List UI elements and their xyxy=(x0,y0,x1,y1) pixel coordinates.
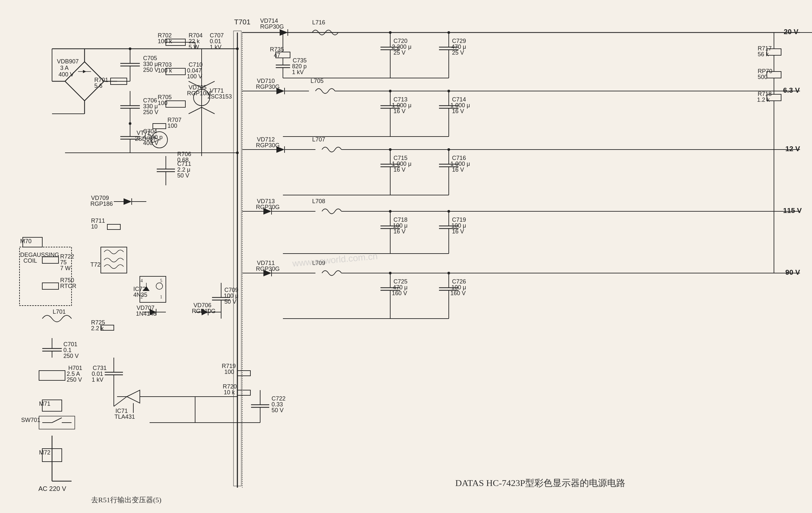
svg-text:100: 100 xyxy=(224,369,234,375)
svg-text:SW701: SW701 xyxy=(21,417,40,423)
svg-text:C725: C725 xyxy=(394,278,407,285)
svg-text:C701: C701 xyxy=(63,341,78,348)
svg-text:AC 220 V: AC 220 V xyxy=(38,485,66,492)
svg-text:M72: M72 xyxy=(39,449,50,456)
svg-text:0.01: 0.01 xyxy=(92,371,103,377)
svg-text:R722: R722 xyxy=(60,253,74,260)
svg-text:H701: H701 xyxy=(68,365,82,371)
svg-text:5.6: 5.6 xyxy=(94,83,103,89)
svg-text:50 V: 50 V xyxy=(271,407,284,414)
svg-point-195 xyxy=(236,48,239,50)
svg-text:16 V: 16 V xyxy=(394,108,406,115)
svg-text:1: 1 xyxy=(160,295,162,299)
svg-point-194 xyxy=(129,122,132,125)
svg-text:DEGAUSSING: DEGAUSSING xyxy=(20,252,59,258)
svg-text:0.047: 0.047 xyxy=(187,67,202,74)
svg-text:C715: C715 xyxy=(394,155,407,161)
svg-text:C720: C720 xyxy=(394,38,407,44)
svg-text:1.2 k: 1.2 k xyxy=(757,96,770,103)
svg-text:10: 10 xyxy=(91,223,97,230)
svg-text:500: 500 xyxy=(758,74,767,80)
svg-text:C716: C716 xyxy=(452,155,466,161)
svg-text:VD713: VD713 xyxy=(257,198,275,205)
svg-text:16 V: 16 V xyxy=(452,108,464,115)
svg-text:VD712: VD712 xyxy=(257,136,275,143)
svg-text:16 V: 16 V xyxy=(452,167,464,173)
svg-text:1 000 μ: 1 000 μ xyxy=(392,102,411,109)
svg-point-201 xyxy=(389,148,392,151)
svg-text:470 μ: 470 μ xyxy=(393,284,407,291)
svg-text:C722: C722 xyxy=(271,395,286,402)
svg-text:2.2 μ: 2.2 μ xyxy=(177,167,190,173)
svg-text:C706: C706 xyxy=(143,97,157,104)
svg-text:R704: R704 xyxy=(188,32,203,39)
svg-text:2 200 μ: 2 200 μ xyxy=(392,43,411,50)
svg-text:160 V: 160 V xyxy=(392,290,407,297)
svg-text:330 μ: 330 μ xyxy=(143,103,158,110)
svg-point-203 xyxy=(389,210,392,213)
svg-text:115 V: 115 V xyxy=(783,206,802,215)
svg-text:1 000 μ: 1 000 μ xyxy=(451,102,470,109)
svg-text:R701: R701 xyxy=(94,77,108,83)
svg-text:100: 100 xyxy=(168,123,177,129)
svg-text:R735: R735 xyxy=(270,46,284,53)
svg-text:VD706: VD706 xyxy=(194,302,211,308)
svg-text:5: 5 xyxy=(160,278,162,283)
svg-text:RGP10G: RGP10G xyxy=(192,308,215,314)
svg-text:1N4148: 1N4148 xyxy=(136,310,156,317)
svg-text:R725: R725 xyxy=(91,319,105,326)
svg-text:VDB907: VDB907 xyxy=(57,58,79,65)
svg-text:T701: T701 xyxy=(234,18,251,26)
svg-rect-0 xyxy=(0,0,812,513)
svg-text:330 μ: 330 μ xyxy=(143,61,158,67)
svg-text:2.2 k: 2.2 k xyxy=(91,325,104,332)
svg-text:R706: R706 xyxy=(177,151,191,157)
svg-text:6.3 V: 6.3 V xyxy=(783,86,800,94)
svg-text:100 k: 100 k xyxy=(158,67,172,74)
svg-text:250 V: 250 V xyxy=(143,67,158,73)
svg-text:R720: R720 xyxy=(223,383,237,390)
svg-text:去R51行输出变压器(5): 去R51行输出变压器(5) xyxy=(91,496,161,504)
svg-text:0.33: 0.33 xyxy=(271,401,283,408)
svg-text:VT72: VT72 xyxy=(137,130,150,136)
svg-text:10 k: 10 k xyxy=(224,389,235,396)
svg-text:1 kV: 1 kV xyxy=(92,376,104,383)
svg-text:VT71: VT71 xyxy=(210,87,224,94)
svg-text:L708: L708 xyxy=(312,198,325,205)
svg-text:R705: R705 xyxy=(158,94,172,100)
svg-text:100 μ: 100 μ xyxy=(452,222,466,229)
svg-text:RP70: RP70 xyxy=(758,68,772,74)
svg-text:DATAS HC-7423P型彩色显示器的电源电路: DATAS HC-7423P型彩色显示器的电源电路 xyxy=(455,478,625,488)
svg-text:400 V: 400 V xyxy=(59,71,74,78)
svg-text:50 V: 50 V xyxy=(177,172,189,179)
svg-text:50 V: 50 V xyxy=(224,298,236,305)
svg-text:VD710: VD710 xyxy=(257,78,275,84)
svg-text:16 V: 16 V xyxy=(394,228,406,235)
svg-text:1 kV: 1 kV xyxy=(210,44,222,50)
svg-text:T72: T72 xyxy=(90,261,100,268)
svg-text:VD705: VD705 xyxy=(188,84,206,91)
svg-text:C731: C731 xyxy=(93,365,107,371)
svg-text:M70: M70 xyxy=(20,238,32,244)
circuit-diagram: 4 2 5 1 xyxy=(0,0,812,513)
svg-text:C713: C713 xyxy=(394,96,407,103)
svg-text:R750: R750 xyxy=(60,277,74,283)
svg-text:160 V: 160 V xyxy=(451,290,466,297)
svg-text:R711: R711 xyxy=(91,217,105,224)
svg-point-205 xyxy=(389,272,392,274)
svg-text:R718: R718 xyxy=(758,91,772,97)
svg-text:C705: C705 xyxy=(143,55,157,61)
svg-text:M71: M71 xyxy=(39,400,50,407)
svg-text:C709: C709 xyxy=(224,287,238,293)
svg-text:25 V: 25 V xyxy=(394,50,406,56)
svg-text:12 V: 12 V xyxy=(785,145,800,153)
svg-text:VD707: VD707 xyxy=(137,305,154,311)
svg-text:5 W: 5 W xyxy=(188,44,199,50)
svg-text:R717: R717 xyxy=(758,45,772,52)
svg-text:47: 47 xyxy=(274,52,280,59)
svg-text:L705: L705 xyxy=(311,78,324,84)
svg-text:1 000 μ: 1 000 μ xyxy=(451,160,470,167)
svg-text:250 V: 250 V xyxy=(143,109,158,115)
svg-text:3 A: 3 A xyxy=(60,65,68,71)
svg-text:TLA431: TLA431 xyxy=(114,414,135,420)
